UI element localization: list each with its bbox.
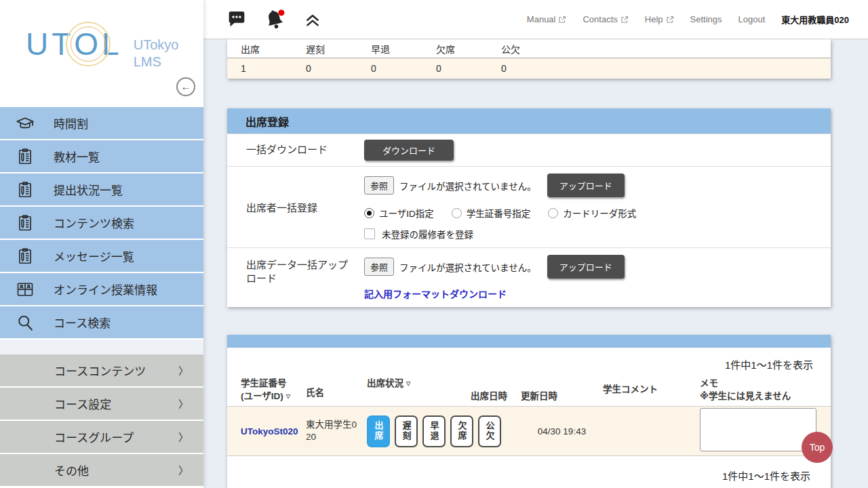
clipboard-icon <box>15 246 35 266</box>
sidebar-item-others[interactable]: その他 〉 <box>0 454 203 486</box>
sidebar-item-course-group[interactable]: コースグループ 〉 <box>0 421 203 453</box>
bulk-download-row: 一括ダウンロード ダウンロード <box>227 134 831 166</box>
collapse-sidebar-button[interactable]: ← <box>176 77 195 96</box>
sidebar-item-submission-status[interactable]: 提出状況一覧 <box>0 174 203 205</box>
update-time-cell: 04/30 19:43 <box>521 426 603 436</box>
utol-logo: UTOL UTokyo LMS <box>26 28 178 70</box>
upload-button[interactable]: アップロード <box>547 255 625 279</box>
column-header-student-id[interactable]: 学生証番号 (ユーザID) ▿ <box>241 374 306 406</box>
sidebar-item-materials[interactable]: 教材一覧 <box>0 140 203 172</box>
sidebar-item-online-class-info[interactable]: オンライン授業情報 <box>0 273 203 305</box>
chevron-right-icon: 〉 <box>178 363 189 378</box>
summary-value-row: 1 0 0 0 0 <box>227 58 831 79</box>
online-class-icon <box>15 279 35 300</box>
logout-link[interactable]: Logout <box>738 14 766 24</box>
result-count-bottom: 1件中1〜1件を表示 <box>227 455 831 488</box>
current-user-name: 東大用教職員020 <box>781 13 849 26</box>
notifications-bell-icon[interactable] <box>263 8 286 31</box>
memo-input[interactable] <box>700 408 816 451</box>
register-unenrolled-option[interactable]: 未登録の履修者を登録 <box>364 227 824 241</box>
section-title: 出席登録 <box>227 108 831 134</box>
status-button-present[interactable]: 出席 <box>367 415 390 447</box>
sidebar-item-label: コース検索 <box>54 314 111 331</box>
column-header-memo: メモ ※学生には見えません <box>700 374 817 406</box>
sidebar-item-course-search[interactable]: コース検索 <box>0 306 203 338</box>
memo-cell <box>700 408 817 454</box>
logo-subtitle: UTokyo LMS <box>134 37 179 70</box>
scroll-to-top-button[interactable]: Top <box>802 432 833 463</box>
sidebar-item-timetable[interactable]: 時間割 <box>0 107 203 139</box>
summary-header: 欠席 <box>436 42 501 56</box>
table-header-strip <box>227 335 831 348</box>
logo-letter-o: O <box>74 28 102 60</box>
sidebar-item-course-contents[interactable]: コースコンテンツ 〉 <box>0 354 203 386</box>
radio-button-icon[interactable] <box>364 208 374 218</box>
clipboard-icon <box>15 180 35 200</box>
student-row: UTokyoSt020 東大用学生020 出席 遅刻 早退 欠席 公欠 04/3… <box>227 407 831 455</box>
download-button[interactable]: ダウンロード <box>364 140 454 161</box>
sidebar-item-content-search[interactable]: コンテンツ検索 <box>0 207 203 239</box>
column-header-status[interactable]: 出席状況 ▿ <box>367 374 471 406</box>
sidebar-item-label: メッセージ一覧 <box>54 247 134 264</box>
summary-value: 0 <box>371 63 436 74</box>
browse-file-button[interactable]: 参照 <box>364 258 394 276</box>
attendance-registration-panel: 出席登録 一括ダウンロード ダウンロード 出席者一括登録 参照 ファイルが選択さ… <box>227 108 831 307</box>
radio-user-id[interactable]: ユーザID指定 <box>364 206 434 220</box>
settings-link[interactable]: Settings <box>690 14 722 24</box>
bulk-download-label: 一括ダウンロード <box>227 143 364 157</box>
bulk-register-label: 出席者一括登録 <box>227 167 364 247</box>
format-download-link[interactable]: 記入用フォーマットダウンロード <box>364 287 507 300</box>
collapse-header-icon[interactable] <box>301 8 324 31</box>
sidebar-item-messages[interactable]: メッセージ一覧 <box>0 240 203 272</box>
sidebar-item-label: 時間割 <box>54 115 88 131</box>
browse-file-button[interactable]: 参照 <box>364 176 394 195</box>
status-button-absent[interactable]: 欠席 <box>450 415 473 447</box>
graduation-cap-icon <box>15 113 35 134</box>
contacts-link[interactable]: Contacts <box>583 14 628 24</box>
status-button-early-leave[interactable]: 早退 <box>422 415 446 447</box>
radio-button-icon[interactable] <box>548 208 558 218</box>
logo-area: UTOL UTokyo LMS ← <box>0 0 203 107</box>
top-bar: Manual Contacts Help Settings Logout 東大用… <box>203 0 868 39</box>
data-upload-row: 出席データ一括アップロード 参照 ファイルが選択されていません。 アップロード … <box>227 247 831 307</box>
sidebar-subitem-label: その他 <box>54 462 89 479</box>
checkbox-icon[interactable] <box>364 228 375 239</box>
sidebar-subitem-label: コース設定 <box>54 395 111 412</box>
sidebar-subitem-label: コースグループ <box>54 428 134 445</box>
external-link-icon <box>620 16 629 24</box>
radio-button-icon[interactable] <box>452 208 462 218</box>
messages-icon[interactable] <box>225 8 248 31</box>
status-button-group: 出席 遅刻 早退 欠席 公欠 <box>367 415 471 447</box>
attendance-summary-table: 出席 遅刻 早退 欠席 公欠 1 0 0 0 0 <box>227 39 831 79</box>
sidebar-item-label: 提出状況一覧 <box>54 181 123 198</box>
sidebar-item-label: コンテンツ検索 <box>54 214 134 231</box>
sidebar-item-course-settings[interactable]: コース設定 〉 <box>0 388 203 420</box>
student-attendance-table: 1件中1〜1件を表示 学生証番号 (ユーザID) ▿ 氏名 出席状況 ▿ 出席日… <box>227 335 831 488</box>
no-file-selected-text: ファイルが選択されていません。 <box>399 260 536 274</box>
column-header-attendance-time: 出席日時 <box>471 374 521 406</box>
manual-link[interactable]: Manual <box>527 14 567 24</box>
column-header-update-time: 更新日時 <box>521 374 603 406</box>
clipboard-icon <box>15 213 35 233</box>
upload-button[interactable]: アップロード <box>547 174 625 197</box>
external-link-icon <box>666 16 674 24</box>
external-link-icon <box>558 16 566 24</box>
student-table-header-row: 学生証番号 (ユーザID) ▿ 氏名 出席状況 ▿ 出席日時 更新日時 学生コメ… <box>227 374 831 407</box>
chevron-right-icon: 〉 <box>178 463 189 477</box>
sidebar-item-label: オンライン授業情報 <box>54 281 157 298</box>
status-button-excused-absence[interactable]: 公欠 <box>478 415 501 447</box>
status-button-late[interactable]: 遅刻 <box>395 415 418 447</box>
sidebar-item-label: 教材一覧 <box>54 148 100 165</box>
radio-card-reader-format[interactable]: カードリーダ形式 <box>548 206 636 220</box>
summary-value: 0 <box>501 63 566 74</box>
summary-header: 公欠 <box>501 42 566 56</box>
student-id-link[interactable]: UTokyoSt020 <box>241 426 306 436</box>
radio-student-card-number[interactable]: 学生証番号指定 <box>452 206 531 220</box>
summary-value: 0 <box>306 63 371 74</box>
main-content: 出席 遅刻 早退 欠席 公欠 1 0 0 0 0 出席登録 一括ダウンロード ダ… <box>203 39 868 488</box>
help-link[interactable]: Help <box>645 14 674 24</box>
chevron-right-icon: 〉 <box>178 396 189 411</box>
clipboard-icon <box>15 146 35 167</box>
summary-header: 出席 <box>241 42 306 56</box>
result-count-top: 1件中1〜1件を表示 <box>227 348 831 374</box>
